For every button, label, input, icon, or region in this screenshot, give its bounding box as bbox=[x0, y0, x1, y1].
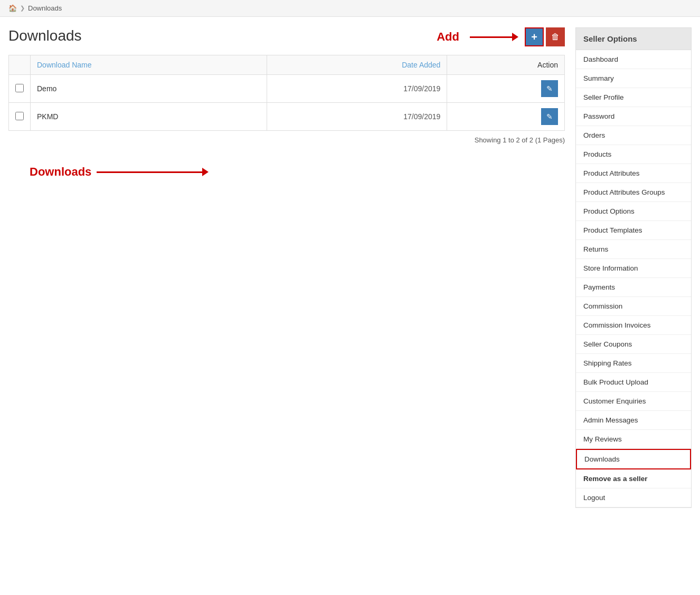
toolbar-buttons: + 🗑 bbox=[525, 27, 565, 46]
add-arrow-head bbox=[512, 33, 518, 41]
breadcrumb: 🏠 ❯ Downloads bbox=[0, 0, 700, 17]
breadcrumb-current: Downloads bbox=[28, 4, 62, 12]
sidebar-item-summary[interactable]: Summary bbox=[576, 69, 691, 88]
add-arrow-line bbox=[470, 36, 512, 38]
row-checkbox-cell[interactable] bbox=[9, 103, 31, 131]
th-action: Action bbox=[447, 55, 565, 75]
sidebar-item-seller-profile[interactable]: Seller Profile bbox=[576, 88, 691, 107]
sidebar-item-my-reviews[interactable]: My Reviews bbox=[576, 430, 691, 449]
sidebar-item-customer-enquiries[interactable]: Customer Enquiries bbox=[576, 392, 691, 411]
row-checkbox-cell[interactable] bbox=[9, 75, 31, 103]
sidebar-item-admin-messages[interactable]: Admin Messages bbox=[576, 411, 691, 430]
th-download-name[interactable]: Download Name bbox=[31, 55, 267, 75]
sidebar-item-returns[interactable]: Returns bbox=[576, 240, 691, 259]
row-checkbox[interactable] bbox=[15, 112, 24, 120]
th-checkbox bbox=[9, 55, 31, 75]
sidebar-item-orders[interactable]: Orders bbox=[576, 126, 691, 145]
sidebar-item-product-attributes-groups[interactable]: Product Attributes Groups bbox=[576, 183, 691, 202]
pagination-info: Showing 1 to 2 of 2 (1 Pages) bbox=[8, 136, 565, 144]
sidebar-item-dashboard[interactable]: Dashboard bbox=[576, 50, 691, 69]
downloads-arrow-line bbox=[97, 171, 202, 173]
add-annotation-label: Add bbox=[437, 30, 459, 44]
sidebar-menu: DashboardSummarySeller ProfilePasswordOr… bbox=[575, 50, 692, 508]
edit-icon: ✎ bbox=[546, 84, 553, 93]
content-area: Downloads Add + 🗑 bbox=[8, 27, 565, 508]
row-date: 17/09/2019 bbox=[267, 75, 447, 103]
row-checkbox[interactable] bbox=[15, 84, 24, 92]
sidebar-item-commission-invoices[interactable]: Commission Invoices bbox=[576, 316, 691, 335]
downloads-arrow-head bbox=[202, 168, 209, 176]
edit-icon: ✎ bbox=[546, 112, 553, 121]
sidebar-item-password[interactable]: Password bbox=[576, 107, 691, 126]
sidebar-item-remove-as-a-seller[interactable]: Remove as a seller bbox=[576, 469, 691, 488]
header-right: Add + 🗑 bbox=[437, 27, 565, 46]
breadcrumb-home-link[interactable]: 🏠 bbox=[8, 4, 17, 12]
add-arrow bbox=[470, 33, 518, 41]
delete-button[interactable]: 🗑 bbox=[546, 27, 565, 46]
sidebar-item-downloads[interactable]: Downloads bbox=[576, 449, 691, 469]
row-date: 17/09/2019 bbox=[267, 103, 447, 131]
sidebar-item-commission[interactable]: Commission bbox=[576, 297, 691, 316]
table-row: Demo 17/09/2019 ✎ bbox=[9, 75, 565, 103]
main-layout: Downloads Add + 🗑 bbox=[0, 17, 700, 519]
table-header-row: Download Name Date Added Action bbox=[9, 55, 565, 75]
breadcrumb-separator: ❯ bbox=[20, 5, 25, 12]
sidebar-item-store-information[interactable]: Store Information bbox=[576, 259, 691, 278]
sidebar-item-shipping-rates[interactable]: Shipping Rates bbox=[576, 354, 691, 373]
sidebar-item-bulk-product-upload[interactable]: Bulk Product Upload bbox=[576, 373, 691, 392]
th-date-added[interactable]: Date Added bbox=[267, 55, 447, 75]
sidebar-item-seller-coupons[interactable]: Seller Coupons bbox=[576, 335, 691, 354]
sidebar-item-product-options[interactable]: Product Options bbox=[576, 202, 691, 221]
table-row: PKMD 17/09/2019 ✎ bbox=[9, 103, 565, 131]
sidebar-item-product-templates[interactable]: Product Templates bbox=[576, 221, 691, 240]
sidebar-title: Seller Options bbox=[575, 27, 692, 50]
downloads-table: Download Name Date Added Action Demo 17/… bbox=[8, 55, 565, 131]
row-action: ✎ bbox=[447, 75, 565, 103]
bottom-downloads-annotation: Downloads bbox=[8, 165, 565, 179]
row-name: PKMD bbox=[31, 103, 267, 131]
downloads-annotation-label: Downloads bbox=[30, 165, 91, 179]
page-header: Downloads Add + 🗑 bbox=[8, 27, 565, 46]
edit-button[interactable]: ✎ bbox=[541, 108, 558, 125]
trash-icon: 🗑 bbox=[551, 32, 560, 42]
row-action: ✎ bbox=[447, 103, 565, 131]
row-name: Demo bbox=[31, 75, 267, 103]
add-button[interactable]: + bbox=[525, 27, 544, 46]
sidebar-item-logout[interactable]: Logout bbox=[576, 488, 691, 507]
page-title: Downloads bbox=[8, 27, 82, 44]
edit-button[interactable]: ✎ bbox=[541, 80, 558, 97]
sidebar: Seller Options DashboardSummarySeller Pr… bbox=[575, 27, 692, 508]
downloads-arrow bbox=[97, 168, 209, 176]
sidebar-item-product-attributes[interactable]: Product Attributes bbox=[576, 164, 691, 183]
sidebar-item-payments[interactable]: Payments bbox=[576, 278, 691, 297]
sidebar-item-products[interactable]: Products bbox=[576, 145, 691, 164]
